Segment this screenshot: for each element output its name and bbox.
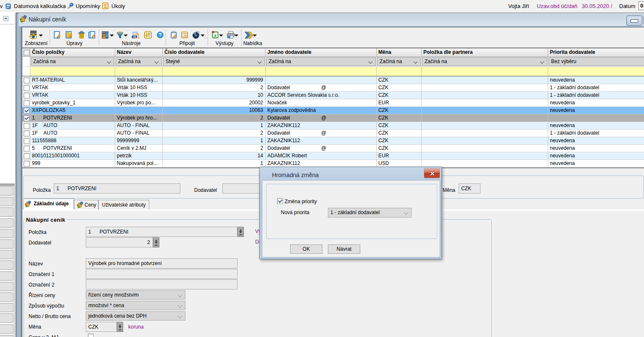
svg-text:?: ? bbox=[159, 32, 162, 37]
svg-text:x: x bbox=[214, 33, 217, 38]
